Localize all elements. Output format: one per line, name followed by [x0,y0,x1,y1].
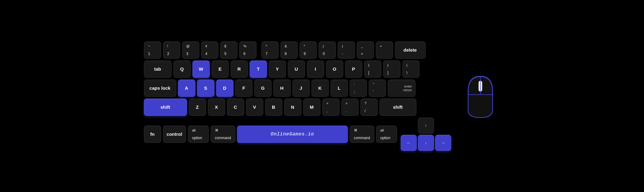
key-langle[interactable]: < , [322,99,340,116]
key-w[interactable]: W [193,61,210,78]
key-tilde[interactable]: ~ 1 [144,41,161,59]
key-pipe[interactable]: | \ [402,61,419,78]
key-y[interactable]: Y [269,61,286,78]
arrow-row-top: ↑ [401,118,451,134]
key-t[interactable]: T [250,61,267,78]
arrow-key-group: ↑ ← ↓ → [401,118,451,151]
key-alt-left[interactable]: alt option [188,126,209,143]
key-arrow-up[interactable]: ↑ [418,118,434,134]
keyboard-container: ~ 1 ! 2 @ 3 # 4 $ 5 % 6 [135,35,510,157]
key-enter[interactable]: enter return [388,80,415,97]
key-n[interactable]: N [284,99,301,116]
row-zxcv: shift Z X C V B N M < [144,99,451,116]
key-exclaim[interactable]: ! 2 [163,41,180,59]
key-lbrace[interactable]: { [ [364,61,381,78]
key-rbrace[interactable]: } ] [383,61,400,78]
key-underscore[interactable]: _ = [357,41,374,59]
key-space[interactable]: OnlineGames.io [237,126,348,143]
key-z[interactable]: Z [189,99,206,116]
key-u[interactable]: U [288,61,305,78]
key-percent[interactable]: % 6 [239,41,256,59]
key-question[interactable]: ? / [360,99,378,116]
key-k[interactable]: K [312,80,329,97]
key-v[interactable]: V [246,99,263,116]
key-m[interactable]: M [303,99,320,116]
key-cmd-right[interactable]: ⌘ command [350,126,374,143]
key-a[interactable]: A [178,80,195,97]
row-asdf: caps lock A S D F G H J [144,80,451,97]
key-b[interactable]: B [265,99,282,116]
row-bottom: fn control alt option ⌘ command OnlineGa… [144,118,451,151]
key-p[interactable]: P [345,61,362,78]
key-tab[interactable]: tab [144,61,172,78]
key-arrow-right[interactable]: → [435,135,451,151]
key-rparen[interactable]: ) - [338,41,355,59]
keyboard: ~ 1 ! 2 @ 3 # 4 $ 5 % 6 [144,41,451,151]
key-i[interactable]: I [307,61,324,78]
key-j[interactable]: J [292,80,310,97]
key-h[interactable]: H [273,80,291,97]
key-o[interactable]: O [326,61,343,78]
key-quote[interactable]: " ' [369,80,386,97]
key-delete[interactable]: delete [395,41,426,59]
key-q[interactable]: Q [173,61,191,78]
key-arrow-left[interactable]: ← [401,135,417,151]
key-arrow-down[interactable]: ↓ [418,135,434,151]
key-lparen[interactable]: ( 0 [319,41,336,59]
mouse-container [460,69,500,124]
row-qwerty: tab Q W E R T Y U I [144,61,451,78]
key-e[interactable]: E [212,61,229,78]
key-g[interactable]: G [254,80,272,97]
key-l[interactable]: L [331,80,348,97]
key-rangle[interactable]: > . [341,99,359,116]
row-number: ~ 1 ! 2 @ 3 # 4 $ 5 % 6 [144,41,451,59]
key-plus[interactable]: + [376,41,393,59]
key-fn[interactable]: fn [144,126,161,143]
key-star[interactable]: * 9 [300,41,317,59]
key-dollar[interactable]: $ 5 [220,41,237,59]
mouse-icon [462,70,499,122]
key-amp[interactable]: & 8 [280,41,298,59]
key-r[interactable]: R [231,61,248,78]
key-colon[interactable]: : ; [350,80,367,97]
key-c[interactable]: C [227,99,244,116]
arrow-row-bottom: ← ↓ → [401,135,451,151]
key-caret[interactable]: ^ 7 [261,41,279,59]
key-ctrl[interactable]: control [163,126,186,143]
key-hash[interactable]: # 4 [201,41,218,59]
key-cmd-left[interactable]: ⌘ command [211,126,235,143]
key-shift-left[interactable]: shift [144,99,187,116]
key-at[interactable]: @ 3 [182,41,199,59]
key-x[interactable]: X [208,99,225,116]
key-s[interactable]: S [197,80,214,97]
key-shift-right[interactable]: shift [380,99,416,116]
key-d[interactable]: D [216,80,233,97]
key-alt-right[interactable]: alt option [376,126,397,143]
key-f[interactable]: F [235,80,252,97]
key-caps[interactable]: caps lock [144,80,176,97]
